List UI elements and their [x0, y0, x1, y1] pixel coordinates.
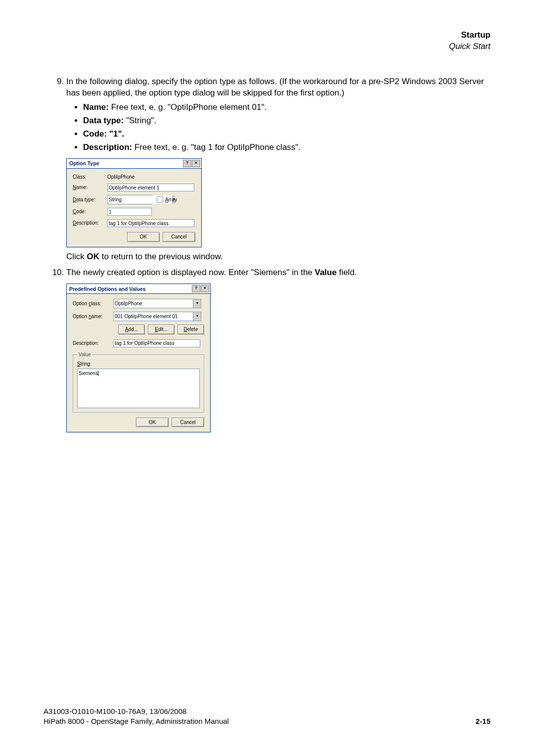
dialog2-body: Option class: ▾ Option name: ▾ Add... Ed [67, 294, 210, 432]
datatype-label: Data type: [73, 196, 107, 203]
value-legend: Value [77, 351, 92, 358]
bullet-code: Code: "1". [83, 129, 490, 140]
step-10: The newly created option is displayed no… [66, 267, 490, 432]
string-textarea[interactable]: Siemens [77, 369, 200, 408]
ok-button[interactable]: OK [136, 418, 169, 427]
dialog1-titlebar[interactable]: Option Type ? × [67, 159, 201, 169]
description-label: Description: [73, 220, 107, 227]
dialog2-title: Predefined Options and Values [69, 285, 146, 292]
step10-text: The newly created option is displayed no… [66, 268, 357, 277]
datatype-dropdown[interactable]: ▾ [107, 195, 153, 204]
name-label: Name: [73, 184, 107, 191]
close-icon[interactable]: × [201, 285, 209, 292]
option-class-value[interactable] [114, 299, 193, 308]
predefined-options-dialog: Predefined Options and Values ? × Option… [66, 284, 211, 432]
dialog1-body: Class:OptiIpPhone Name: Data type: ▾ Arr… [67, 169, 201, 247]
header-quick-start: Quick Start [44, 41, 490, 52]
class-value: OptiIpPhone [107, 174, 135, 181]
array-checkbox[interactable]: Array [157, 196, 177, 203]
checkbox-box[interactable] [157, 196, 163, 203]
step-9: In the following dialog, specify the opt… [66, 76, 490, 263]
header-startup: Startup [44, 30, 490, 41]
string-label: String: [77, 361, 200, 368]
bullet-description: Description: Free text, e. g. "tag 1 for… [83, 142, 490, 153]
option-name-value[interactable] [114, 312, 193, 321]
page-footer: A31003-O1010-M100-10-76A9, 13/06/2008 Hi… [44, 707, 490, 727]
array-label: Array [165, 196, 177, 203]
code-input[interactable] [107, 208, 152, 216]
cancel-button[interactable]: Cancel [172, 418, 204, 427]
name-input[interactable] [107, 184, 194, 191]
description-input[interactable] [107, 219, 194, 227]
bullet-name: Name: Free text, e. g. "OptiIpPhone elem… [83, 102, 490, 113]
add-button[interactable]: Add... [118, 325, 145, 334]
footer-docid: A31003-O1010-M100-10-76A9, 13/06/2008 [44, 707, 490, 716]
close-icon[interactable]: × [192, 160, 200, 167]
help-icon[interactable]: ? [192, 285, 200, 292]
option-name-label: Option name: [73, 313, 113, 320]
bullet-datatype: Data type: "String". [83, 115, 490, 127]
edit-button[interactable]: Edit... [148, 325, 175, 334]
chevron-down-icon[interactable]: ▾ [193, 299, 201, 308]
footer-title: HiPath 8000 - OpenStage Family, Administ… [44, 716, 490, 726]
code-label: Code: [73, 208, 107, 215]
class-label: Class: [73, 174, 107, 181]
step9-intro: In the following dialog, specify the opt… [66, 77, 484, 97]
option-type-dialog: Option Type ? × Class:OptiIpPhone Name: … [66, 158, 202, 247]
delete-button[interactable]: Delete [178, 325, 204, 334]
option-class-label: Option class: [73, 300, 113, 307]
option-name-dropdown[interactable]: ▾ [113, 312, 201, 321]
cancel-button[interactable]: Cancel [163, 232, 195, 242]
page-header: Startup Quick Start [44, 30, 490, 52]
help-icon[interactable]: ? [183, 160, 191, 167]
step9-bullets: Name: Free text, e. g. "OptiIpPhone elem… [66, 102, 490, 153]
option-class-dropdown[interactable]: ▾ [113, 299, 201, 308]
description-input2[interactable] [113, 339, 200, 347]
ok-button[interactable]: OK [127, 232, 160, 242]
dialog1-title: Option Type [69, 160, 99, 167]
steps-list: In the following dialog, specify the opt… [44, 76, 490, 433]
description-label2: Description: [73, 340, 113, 347]
dialog2-titlebar[interactable]: Predefined Options and Values ? × [67, 284, 210, 294]
page-number: 2-15 [476, 716, 490, 726]
chevron-down-icon[interactable]: ▾ [193, 312, 201, 321]
value-group: Value String: Siemens [73, 351, 204, 413]
step9-click-line: Click OK to return to the previous windo… [66, 251, 490, 263]
